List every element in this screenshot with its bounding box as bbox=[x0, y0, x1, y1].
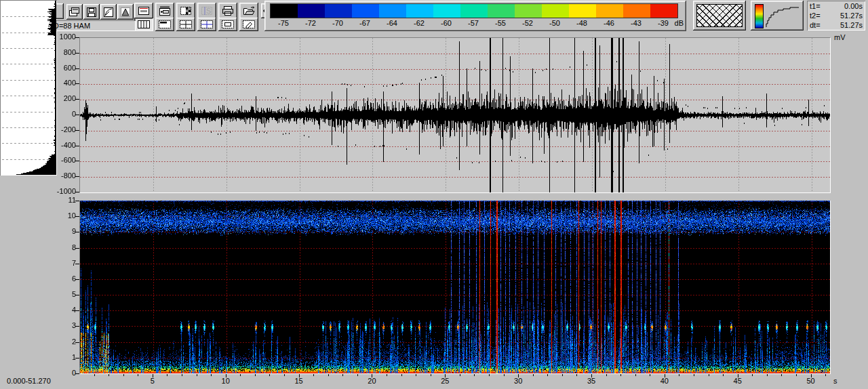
axis-tick-mark bbox=[75, 232, 79, 232]
axis-tick-label: 200 bbox=[42, 94, 76, 102]
axis-tick-mark bbox=[576, 374, 577, 376]
axis-tick-mark bbox=[313, 374, 314, 376]
copy-button[interactable] bbox=[66, 4, 83, 20]
axis-tick-mark bbox=[240, 374, 241, 376]
axis-tick-label: 30 bbox=[505, 377, 532, 385]
color-stop bbox=[271, 4, 298, 18]
time-range-label: 0.000-51.270 bbox=[7, 377, 51, 385]
axis-tick-label: -400 bbox=[42, 141, 76, 149]
axis-tick-label: 5 bbox=[139, 377, 166, 385]
axis-tick-mark bbox=[108, 374, 109, 376]
t1-value: 0.00s bbox=[844, 1, 863, 11]
axis-tick-mark bbox=[75, 248, 79, 249]
spectrogram-display-button[interactable] bbox=[176, 3, 195, 19]
gain-curve-button[interactable] bbox=[100, 4, 117, 20]
axis-tick-label: 6 bbox=[42, 274, 76, 283]
layout-waveform-button[interactable] bbox=[134, 18, 153, 31]
axis-tick-label: 4 bbox=[42, 306, 76, 314]
save-button[interactable] bbox=[83, 4, 100, 20]
axis-tick-mark bbox=[284, 374, 285, 376]
axis-tick-mark bbox=[342, 374, 343, 376]
spectrum-display-button[interactable] bbox=[155, 3, 174, 19]
color-stop bbox=[650, 4, 677, 18]
axis-tick-mark bbox=[562, 374, 563, 376]
axis-tick-mark bbox=[723, 374, 724, 376]
window-function-icon bbox=[120, 7, 131, 18]
axis-tick-mark bbox=[620, 374, 621, 376]
color-scale-tick-label: -48 bbox=[568, 19, 595, 27]
axis-tick-mark bbox=[75, 37, 79, 38]
color-scale-tick-label: -60 bbox=[433, 19, 460, 27]
waveform-plot[interactable] bbox=[79, 37, 831, 193]
axis-tick-mark bbox=[431, 374, 431, 376]
crosshatch-pattern-icon bbox=[696, 4, 743, 27]
color-stop bbox=[569, 4, 596, 18]
print-button[interactable] bbox=[218, 3, 237, 19]
axis-tick-mark bbox=[182, 374, 182, 376]
axis-tick-mark bbox=[709, 374, 709, 376]
pattern-display-button[interactable] bbox=[693, 1, 746, 30]
axis-tick-mark bbox=[75, 279, 79, 280]
color-stop bbox=[596, 4, 623, 18]
axis-tick-mark bbox=[138, 374, 138, 376]
axis-tick-mark bbox=[75, 176, 79, 177]
waveform-canvas[interactable] bbox=[80, 38, 830, 192]
color-scale-tick-label: -55 bbox=[487, 19, 514, 27]
print-icon bbox=[222, 5, 234, 16]
axis-tick-label: 9 bbox=[42, 227, 76, 235]
layout-split-button[interactable] bbox=[176, 18, 195, 31]
axis-tick-mark bbox=[75, 295, 79, 295]
t1-readout: t1= 0.00s bbox=[810, 1, 863, 11]
layout-frame-button[interactable] bbox=[218, 18, 237, 31]
axis-tick-label: 600 bbox=[42, 64, 76, 72]
color-stop bbox=[298, 4, 325, 18]
window-function-button[interactable] bbox=[117, 4, 134, 20]
axis-tick-mark bbox=[752, 374, 753, 376]
color-scale-tick-label: -67 bbox=[351, 19, 378, 27]
layout-frame-icon bbox=[221, 20, 235, 29]
axis-tick-mark bbox=[75, 130, 79, 131]
axis-tick-mark bbox=[75, 264, 79, 264]
color-scale-panel: -75-72-70-67-64-62-60-57-55-52-50-48-46-… bbox=[264, 1, 686, 31]
spectrogram-plot[interactable] bbox=[79, 201, 831, 374]
axis-tick-mark bbox=[518, 374, 519, 377]
color-stop bbox=[623, 4, 650, 18]
edit-button[interactable] bbox=[239, 18, 258, 31]
axis-tick-mark bbox=[75, 310, 79, 311]
color-stop bbox=[460, 4, 488, 18]
axis-tick-mark bbox=[738, 374, 738, 377]
axis-tick-label: -600 bbox=[42, 156, 76, 164]
color-scale-tick-label: -39 bbox=[650, 19, 677, 27]
layout-spectrum-icon bbox=[158, 20, 172, 29]
color-scale-tick-label: -75 bbox=[270, 19, 297, 27]
waveform-unit-label: mV bbox=[834, 33, 846, 41]
axis-tick-mark bbox=[153, 374, 153, 377]
waveform-display-button[interactable] bbox=[134, 3, 153, 19]
color-scale-unit: dB bbox=[675, 19, 684, 27]
transfer-function-button[interactable] bbox=[751, 1, 804, 30]
color-stop bbox=[433, 4, 460, 18]
axis-tick-mark bbox=[211, 374, 212, 376]
axis-tick-label: 400 bbox=[42, 79, 76, 87]
axis-tick-label: 25 bbox=[431, 377, 458, 385]
color-scale-tick-label: -72 bbox=[297, 19, 324, 27]
layout-spectrum-button[interactable] bbox=[155, 18, 174, 31]
layout-split-icon bbox=[179, 20, 193, 29]
transfer-curve-icon bbox=[764, 3, 801, 29]
dt-value: 51.27s bbox=[840, 20, 863, 30]
axis-tick-label: 15 bbox=[285, 377, 313, 385]
axis-tick-label: 50 bbox=[797, 377, 825, 385]
s-transform-icon: S bbox=[201, 5, 213, 16]
axis-tick-label: 35 bbox=[578, 377, 605, 385]
axis-tick-mark bbox=[255, 374, 256, 376]
s-transform-button[interactable]: S bbox=[197, 3, 216, 19]
spectrogram-canvas[interactable] bbox=[80, 201, 830, 373]
axis-tick-mark bbox=[416, 374, 416, 376]
open-button[interactable] bbox=[239, 3, 258, 19]
axis-tick-label: 1 bbox=[42, 353, 76, 361]
axis-tick-label: 0 bbox=[42, 110, 76, 118]
color-scale-tick-label: -50 bbox=[541, 19, 568, 27]
layout-cross-button[interactable] bbox=[197, 18, 216, 31]
axis-tick-mark bbox=[635, 374, 636, 376]
save-icon bbox=[86, 7, 97, 18]
